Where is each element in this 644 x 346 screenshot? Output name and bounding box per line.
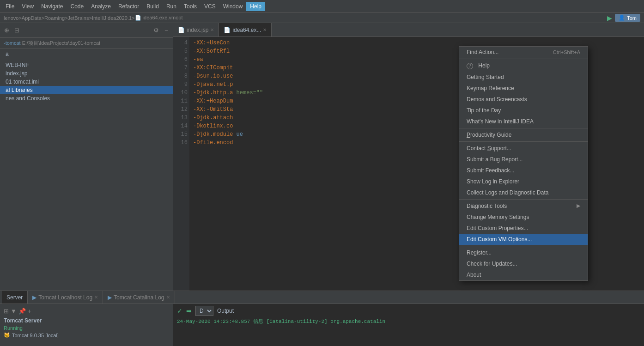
bottom-content: ⊞ ▼ 📌 + Tomcat Server Running 🐱 Tomcat 9… (0, 304, 644, 346)
project-root: -tomcat E:\项目\IdeaProjects\day01-tomcat (0, 38, 173, 49)
help-circle-icon: ? (467, 63, 473, 69)
green-check-icon: ✓ (177, 307, 182, 315)
menu-whats-new[interactable]: What's New in IntelliJ IDEA (459, 116, 588, 127)
breadcrumb-appdata: AppData (22, 15, 42, 21)
menu-getting-started[interactable]: Getting Started (459, 72, 588, 83)
tab-index-jsp[interactable]: 📄 index.jsp ✕ (173, 23, 219, 36)
tree-item-iml[interactable]: 01-tomcat.iml (0, 78, 173, 86)
menu-submit-feedback[interactable]: Submit Feedback... (459, 165, 588, 176)
bottom-left-toolbar: ⊞ ▼ 📌 + (4, 306, 169, 316)
bottom-tab-server[interactable]: Server (2, 291, 28, 304)
user-avatar-icon: 👤 (619, 15, 625, 21)
line-num-9: 9 (175, 80, 188, 89)
menu-edit-custom-properties[interactable]: Edit Custom Properties... (459, 223, 588, 234)
menu-bar: File View Navigate Code Analyze Refactor… (0, 0, 644, 13)
breadcrumb-lenovo: lenovo (4, 15, 18, 21)
line-num-7: 7 (175, 64, 188, 72)
menu-refactor[interactable]: Refactor (115, 2, 143, 11)
menu-help-item[interactable]: ? Help (459, 60, 588, 72)
menu-view[interactable]: View (18, 2, 37, 11)
sidebar-minimize-icon[interactable]: − (163, 27, 170, 34)
bottom-left-panel: ⊞ ▼ 📌 + Tomcat Server Running 🐱 Tomcat 9… (0, 304, 173, 346)
file-tree: a WEB-INF index.jsp 01-tomcat.iml al Lib… (0, 49, 173, 291)
submit-bug-label: Submit a Bug Report... (467, 156, 522, 163)
menu-register[interactable]: Register... (459, 247, 588, 258)
menu-keymap-reference[interactable]: Keymap Reference (459, 83, 588, 94)
menu-code[interactable]: Code (67, 2, 88, 11)
menu-tip-of-day[interactable]: Tip of the Day (459, 105, 588, 116)
tab-close-idea64[interactable]: ✕ (263, 27, 267, 32)
line-numbers: 4 5 6 7 8 9 10 11 12 13 14 15 16 (173, 37, 189, 291)
breadcrumb-roaming: Roaming (44, 15, 65, 21)
menu-show-log[interactable]: Show Log in Explorer (459, 176, 588, 187)
tab-close-index-jsp[interactable]: ✕ (210, 27, 214, 32)
menu-contact-support[interactable]: Contact Support... (459, 143, 588, 154)
menu-run[interactable]: Run (163, 2, 180, 11)
sidebar-gear-icon[interactable]: ⚙ (152, 27, 160, 34)
line-num-6: 6 (175, 55, 188, 64)
add-server-icon[interactable]: + (28, 308, 31, 315)
menu-edit-custom-vm[interactable]: Edit Custom VM Options... (459, 234, 588, 245)
menu-build[interactable]: Build (143, 2, 163, 11)
menu-window[interactable]: Window (219, 2, 247, 11)
catalina-log-label: Tomcat Catalina Log (114, 294, 164, 301)
nav-back-button[interactable]: ▶ (606, 13, 613, 23)
getting-started-label: Getting Started (467, 74, 504, 80)
keymap-reference-label: Keymap Reference (467, 85, 514, 91)
menu-file[interactable]: File (2, 2, 18, 11)
line-num-14: 14 (175, 122, 188, 130)
tree-item-index-jsp[interactable]: index.jsp (0, 69, 173, 78)
menu-about[interactable]: About (459, 269, 588, 280)
tree-item-a[interactable]: a (0, 50, 173, 58)
menu-productivity-guide[interactable]: Productivity Guide (459, 129, 588, 140)
log-level-dropdown[interactable]: D (195, 306, 213, 316)
line-num-15: 15 (175, 130, 188, 139)
separator-2 (459, 128, 588, 128)
server-local-label: Tomcat 9.0.35 [local] (12, 333, 59, 338)
tree-item-libraries[interactable]: al Libraries (0, 86, 173, 94)
collect-logs-label: Collect Logs and Diagnostic Data (467, 189, 548, 196)
bottom-tab-catalina-log[interactable]: ▶ Tomcat Catalina Log ✕ (103, 291, 175, 304)
menu-check-updates[interactable]: Check for Updates... (459, 258, 588, 269)
breadcrumb-jetbrains: JetBrains (68, 15, 89, 21)
menu-vcs[interactable]: VCS (200, 2, 219, 11)
menu-change-memory[interactable]: Change Memory Settings (459, 212, 588, 223)
menu-diagnostic-tools[interactable]: Diagnostic Tools ▶ (459, 200, 588, 212)
menu-analyze[interactable]: Analyze (87, 2, 115, 11)
menu-submit-bug[interactable]: Submit a Bug Report... (459, 154, 588, 165)
sidebar-globe-icon[interactable]: ⊕ (3, 27, 10, 34)
catalina-log-icon: ▶ (108, 294, 112, 301)
tree-item-webinf[interactable]: WEB-INF (0, 61, 173, 69)
server-local-item[interactable]: 🐱 Tomcat 9.0.35 [local] (4, 331, 169, 339)
log-timestamp: 24-May-2020 14:23:48.857 信息 [Catalina-ut… (177, 319, 385, 324)
tab-label-idea64: idea64.ex... (232, 27, 261, 33)
bottom-panel: Server ▶ Tomcat Localhost Log ✕ ▶ Tomcat… (0, 291, 644, 346)
sidebar-layout-icon[interactable]: ⊟ (13, 27, 20, 34)
edit-custom-vm-label: Edit Custom VM Options... (467, 236, 532, 243)
catalina-log-close[interactable]: ✕ (166, 295, 170, 300)
editor-area: 📄 index.jsp ✕ 📄 idea64.ex... ✕ 4 5 6 7 8… (173, 23, 644, 291)
tree-item-consoles[interactable]: nes and Consoles (0, 94, 173, 103)
separator-1 (459, 59, 588, 59)
localhost-log-label: Tomcat Localhost Log (38, 294, 92, 301)
help-dropdown-menu: Find Action... Ctrl+Shift+A ? Help Getti… (459, 46, 588, 281)
user-profile-button[interactable]: 👤 Tom (615, 14, 640, 22)
menu-collect-logs[interactable]: Collect Logs and Diagnostic Data (459, 187, 588, 198)
project-path: E:\项目\IdeaProjects\day01-tomcat (22, 40, 100, 46)
show-log-label: Show Log in Explorer (467, 178, 519, 185)
menu-find-action[interactable]: Find Action... Ctrl+Shift+A (459, 47, 588, 58)
filter-icon[interactable]: ▼ (11, 308, 17, 315)
submenu-arrow-icon: ▶ (577, 203, 580, 209)
menu-demos[interactable]: Demos and Screencasts (459, 94, 588, 105)
menu-tools[interactable]: Tools (180, 2, 200, 11)
find-action-label: Find Action... (467, 49, 498, 55)
localhost-log-close[interactable]: ✕ (94, 295, 98, 300)
bottom-right-header: ✓ ➡ D Output (177, 306, 640, 316)
bottom-tab-localhost-log[interactable]: ▶ Tomcat Localhost Log ✕ (28, 291, 103, 304)
output-area: 24-May-2020 14:23:48.857 信息 [Catalina-ut… (177, 318, 640, 344)
menu-help[interactable]: Help (246, 2, 265, 11)
start-server-icon[interactable]: ⊞ (4, 308, 9, 315)
menu-navigate[interactable]: Navigate (37, 2, 67, 11)
pin-icon[interactable]: 📌 (18, 308, 26, 315)
tab-idea64[interactable]: 📄 idea64.ex... ✕ (219, 23, 272, 36)
